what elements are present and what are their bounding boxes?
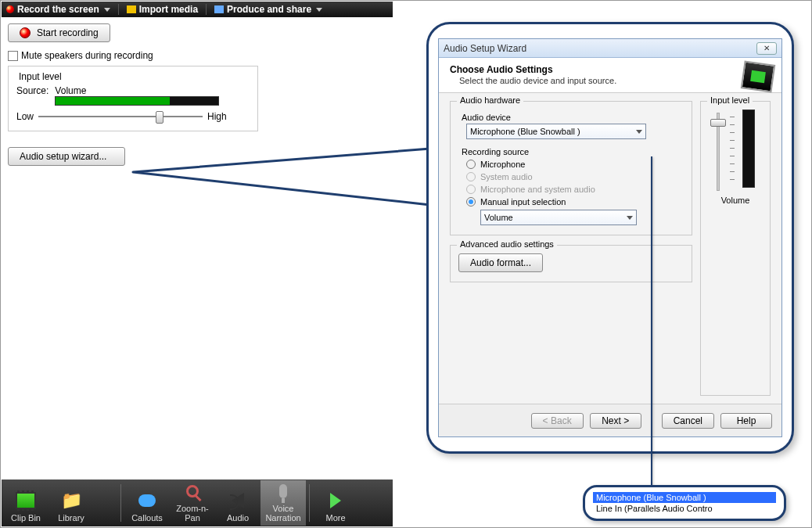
- radio-icon: [466, 185, 476, 194]
- radio-microphone-label: Microphone: [480, 160, 525, 169]
- top-menu: Record the screen Import media Produce a…: [2, 2, 393, 17]
- checkbox-icon: [8, 51, 18, 61]
- start-recording-label: Start recording: [37, 27, 99, 38]
- start-recording-button[interactable]: Start recording: [8, 23, 110, 42]
- tab-voice-label: Voice Narration: [260, 504, 306, 523]
- slider-low-label: Low: [16, 111, 34, 122]
- tab-audio[interactable]: Audio: [215, 480, 260, 526]
- source-value: Volume: [55, 85, 219, 96]
- audio-device-value: Microphone (Blue Snowball ): [470, 127, 580, 136]
- radio-icon: [466, 197, 476, 207]
- radio-mic-and-system-label: Microphone and system audio: [480, 185, 595, 194]
- next-button[interactable]: Next >: [590, 413, 641, 429]
- wizard-icon: [741, 60, 776, 92]
- dropdown-option[interactable]: Line In (Parallels Audio Contro: [593, 503, 776, 514]
- svg-marker-0: [133, 149, 430, 205]
- audio-device-dropdown[interactable]: Microphone (Blue Snowball ): [466, 124, 646, 139]
- chevron-down-icon: [104, 8, 110, 12]
- audio-format-label: Audio format...: [470, 257, 531, 268]
- back-button: < Back: [531, 413, 584, 429]
- more-icon: [330, 493, 341, 508]
- tab-more[interactable]: More: [313, 480, 358, 526]
- audio-setup-wizard-button[interactable]: Audio setup wizard...: [8, 147, 125, 166]
- speaker-icon: [232, 493, 244, 508]
- audio-setup-wizard-label: Audio setup wizard...: [20, 151, 106, 162]
- close-icon: ✕: [763, 44, 770, 52]
- menu-produce-share[interactable]: Produce and share: [213, 4, 324, 15]
- device-dropdown-callout: Microphone (Blue Snowball ) Line In (Par…: [583, 485, 786, 521]
- slider-thumb[interactable]: [156, 111, 163, 124]
- record-icon: [20, 27, 31, 38]
- radio-icon: [466, 172, 476, 181]
- manual-input-value: Volume: [484, 213, 513, 222]
- tab-voice-narration[interactable]: Voice Narration: [260, 480, 306, 526]
- callout-connector: [651, 156, 652, 485]
- tab-callouts[interactable]: Callouts: [124, 480, 170, 526]
- close-button[interactable]: ✕: [756, 42, 777, 55]
- volume-label: Volume: [709, 196, 762, 205]
- audio-format-button[interactable]: Audio format...: [458, 253, 543, 272]
- audio-device-label: Audio device: [462, 113, 684, 122]
- mute-speakers-label: Mute speakers during recording: [21, 50, 153, 61]
- volume-meter: [55, 96, 219, 106]
- dialog-heading: Choose Audio Settings: [450, 64, 553, 75]
- audio-hardware-group: Audio hardware Audio device Microphone (…: [450, 101, 692, 235]
- input-level-vslider[interactable]: [710, 113, 726, 191]
- radio-system-audio-label: System audio: [480, 172, 533, 181]
- audio-hardware-legend: Audio hardware: [457, 95, 523, 105]
- toolbar-separator: [309, 484, 310, 522]
- tab-library-label: Library: [58, 513, 84, 523]
- folder-icon: [127, 5, 136, 13]
- advanced-audio-group: Advanced audio settings Audio format...: [450, 245, 692, 282]
- input-meter: [742, 110, 755, 188]
- tab-zoom-label: Zoom-n-Pan: [170, 504, 215, 523]
- recording-panel: Start recording Mute speakers during rec…: [8, 23, 258, 166]
- menu-produce-label: Produce and share: [227, 4, 311, 15]
- mute-speakers-checkbox[interactable]: Mute speakers during recording: [8, 50, 258, 61]
- library-icon: 📁: [60, 490, 82, 512]
- advanced-audio-legend: Advanced audio settings: [457, 239, 557, 249]
- slider-thumb[interactable]: [710, 119, 726, 127]
- wizard-callout: Audio Setup Wizard ✕ Choose Audio Settin…: [426, 22, 794, 454]
- input-level-group-dialog: Input level Volume: [700, 101, 771, 396]
- magnifier-icon: [186, 485, 199, 497]
- callout-pointer: [133, 149, 438, 229]
- tab-audio-label: Audio: [227, 513, 249, 523]
- manual-input-dropdown[interactable]: Volume: [480, 210, 637, 225]
- share-icon: [214, 5, 224, 13]
- slider-high-label: High: [207, 111, 227, 122]
- menu-separator: [206, 4, 207, 15]
- input-level-slider[interactable]: [38, 110, 203, 123]
- tab-clip-bin[interactable]: Clip Bin: [3, 480, 49, 526]
- cancel-button[interactable]: Cancel: [662, 413, 714, 429]
- menu-record-label: Record the screen: [17, 4, 99, 15]
- dialog-title: Audio Setup Wizard: [444, 43, 526, 54]
- dropdown-option-selected[interactable]: Microphone (Blue Snowball ): [593, 492, 776, 503]
- input-level-group: Input level Source: Volume Low High: [8, 66, 258, 131]
- slider-ticks: [730, 110, 735, 187]
- tab-zoom-n-pan[interactable]: Zoom-n-Pan: [170, 480, 215, 526]
- tab-more-label: More: [325, 513, 345, 523]
- input-level-legend-dialog: Input level: [707, 95, 753, 105]
- record-icon: [6, 5, 14, 13]
- menu-record-screen[interactable]: Record the screen: [5, 4, 112, 15]
- radio-icon: [466, 160, 476, 169]
- recording-source-label: Recording source: [462, 147, 684, 156]
- input-level-legend: Input level: [16, 71, 64, 82]
- clip-bin-icon: [16, 492, 36, 509]
- help-button[interactable]: Help: [720, 413, 772, 429]
- dialog-header: Choose Audio Settings Select the audio d…: [439, 58, 781, 93]
- dialog-footer: < Back Next > Cancel Help: [439, 404, 781, 436]
- radio-manual-input-label: Manual input selection: [480, 197, 566, 207]
- menu-separator: [118, 4, 119, 15]
- tab-library[interactable]: 📁 Library: [49, 480, 94, 526]
- microphone-icon: [279, 484, 287, 498]
- slider-track: [38, 116, 203, 117]
- source-label: Source:: [16, 85, 49, 96]
- dialog-titlebar: Audio Setup Wizard ✕: [439, 39, 781, 58]
- toolbar-separator: [120, 484, 121, 522]
- tab-clip-bin-label: Clip Bin: [11, 513, 41, 523]
- audio-setup-wizard-dialog: Audio Setup Wizard ✕ Choose Audio Settin…: [438, 38, 782, 437]
- menu-import-media[interactable]: Import media: [125, 4, 199, 15]
- chevron-down-icon: [316, 8, 322, 12]
